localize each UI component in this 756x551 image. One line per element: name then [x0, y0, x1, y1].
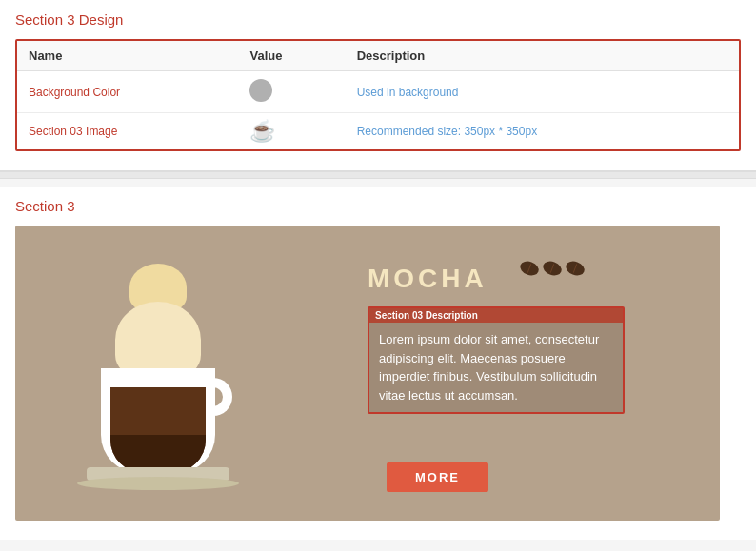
cup-saucer: [77, 477, 239, 490]
table-row: Section 03 Image ☕ Recommended size: 350…: [17, 113, 739, 150]
section-image-name: Section 03 Image: [17, 113, 238, 150]
bg-color-name: Background Color: [17, 71, 238, 113]
cup-inner: [110, 387, 206, 473]
color-swatch[interactable]: [249, 79, 272, 102]
mocha-title: MOCHA: [368, 264, 487, 294]
table-row: Background Color Used in background: [17, 71, 739, 113]
bg-color-description: Used in background: [346, 71, 739, 113]
section3-panel: Section 3 MOCHA Section 03 Descripti: [0, 187, 756, 540]
more-button[interactable]: MORE: [387, 462, 488, 492]
design-panel: Section 3 Design Name Value Description …: [0, 0, 756, 171]
coffee-image-icon[interactable]: ☕: [249, 119, 275, 143]
col-header-value: Value: [238, 41, 345, 71]
cup-body: [101, 368, 215, 473]
section3-preview: MOCHA Section 03 Description Lorem ipsum…: [15, 226, 720, 521]
section-image-value: ☕: [238, 113, 345, 150]
description-box-content[interactable]: Lorem ipsum dolor sit amet, consectetur …: [369, 323, 623, 412]
coffee-bean-1: [518, 259, 541, 278]
section3-title: Section 3: [15, 198, 741, 214]
coffee-bean-2: [541, 259, 564, 278]
col-header-description: Description: [346, 41, 739, 71]
col-header-name: Name: [17, 41, 238, 71]
coffee-beans: [520, 262, 585, 275]
cup-handle: [206, 378, 232, 416]
section-image-description: Recommended size: 350px * 350px: [346, 113, 739, 150]
design-table-wrapper: Name Value Description Background Color …: [15, 39, 741, 151]
design-table: Name Value Description Background Color …: [17, 41, 739, 149]
cream-swirl: [115, 302, 201, 378]
description-box: Section 03 Description Lorem ipsum dolor…: [368, 306, 625, 414]
coffee-cup-illustration: [53, 245, 263, 502]
coffee-bean-3: [564, 259, 587, 278]
table-header-row: Name Value Description: [17, 41, 739, 71]
bg-color-value: [238, 71, 345, 113]
divider: [0, 171, 756, 179]
panel-title: Section 3 Design: [15, 11, 741, 28]
description-box-header: Section 03 Description: [369, 308, 623, 323]
